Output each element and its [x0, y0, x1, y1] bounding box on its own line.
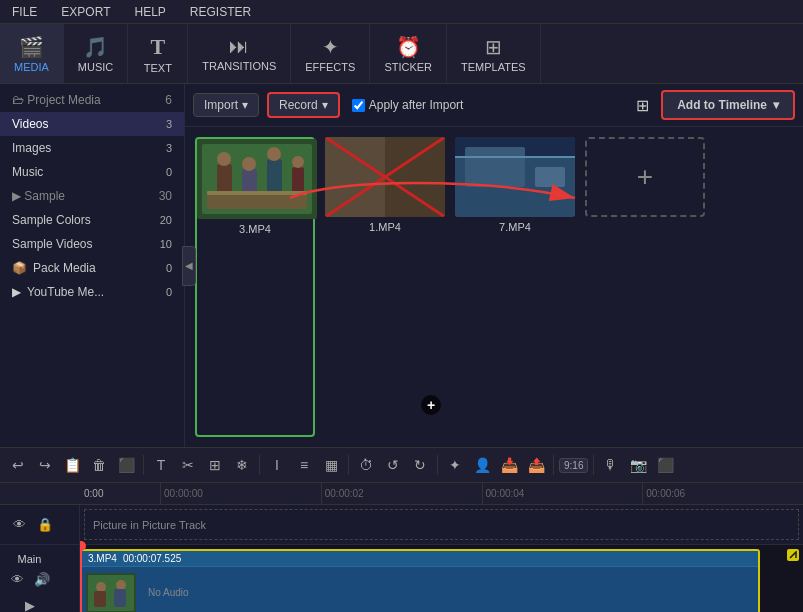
- menu-help[interactable]: HELP: [130, 3, 169, 21]
- divider-6: [593, 455, 594, 475]
- sidebar-project-media[interactable]: 🗁 Project Media 6: [0, 88, 184, 112]
- main-audio-button[interactable]: 🔊: [31, 569, 53, 591]
- toolbar-transitions[interactable]: ⏭ TRANSITIONS: [188, 24, 291, 83]
- clip-thumb-image: [86, 573, 136, 613]
- top-toolbar: 🎬 MEDIA 🎵 MUSIC T TEXT ⏭ TRANSITIONS ✦ E…: [0, 24, 803, 84]
- split-button[interactable]: I: [265, 453, 289, 477]
- sidebar-videos[interactable]: Videos 3: [0, 112, 184, 136]
- menu-register[interactable]: REGISTER: [186, 3, 255, 21]
- sidebar-pack-media[interactable]: 📦 Pack Media 0: [0, 256, 184, 280]
- mic-button[interactable]: 🎙: [599, 453, 623, 477]
- sample-icon: ▶: [12, 189, 21, 203]
- svg-rect-2: [217, 164, 232, 194]
- svg-rect-28: [114, 589, 126, 607]
- video-clip-3mp4[interactable]: 3.MP4 00:00:07.525: [80, 549, 760, 612]
- cut-button[interactable]: ✂: [176, 453, 200, 477]
- pip-lock-button[interactable]: 🔒: [34, 514, 56, 536]
- undo-button[interactable]: ↩: [6, 453, 30, 477]
- ruler-mark-6: 00:00:06: [642, 483, 803, 505]
- apply-after-import-checkbox-label[interactable]: Apply after Import: [352, 98, 464, 112]
- clip-thumbnail: [86, 573, 136, 613]
- pack-icon: 📦: [12, 261, 27, 275]
- ruler-mark-2: 00:00:02: [321, 483, 482, 505]
- person-button[interactable]: 👤: [470, 453, 494, 477]
- toolbar-music[interactable]: 🎵 MUSIC: [64, 24, 128, 83]
- rotate-right-button[interactable]: ↻: [408, 453, 432, 477]
- rotate-left-button[interactable]: ↺: [381, 453, 405, 477]
- add-media-placeholder[interactable]: +: [585, 137, 705, 437]
- sidebar-images[interactable]: Images 3: [0, 136, 184, 160]
- divider-4: [437, 455, 438, 475]
- sidebar-youtube-me[interactable]: ▶ YouTube Me... 0: [0, 280, 184, 304]
- sidebar-collapse-button[interactable]: ◀: [182, 246, 196, 286]
- pip-track-label-area: 👁 🔒: [0, 505, 79, 545]
- detach-button[interactable]: ⬛: [114, 453, 138, 477]
- media-item-3mp4-label: 3.MP4: [197, 222, 313, 236]
- menu-bar: FILE EXPORT HELP REGISTER: [0, 0, 803, 24]
- text-tool-button[interactable]: T: [149, 453, 173, 477]
- timeline-tracks: 👁 🔒 Main 👁 🔊 ▶ Picture: [0, 505, 803, 612]
- pip-track[interactable]: Picture in Picture Track: [80, 505, 803, 545]
- folder-icon: 🗁: [12, 93, 24, 107]
- media-item-1mp4-add-button[interactable]: +: [421, 395, 441, 415]
- main-eye-button[interactable]: 👁: [6, 569, 28, 591]
- add-to-timeline-button[interactable]: Add to Timeline ▾: [661, 90, 795, 120]
- apply-after-import-checkbox[interactable]: [352, 99, 365, 112]
- record-button[interactable]: Record ▾: [267, 92, 340, 118]
- toolbar-text[interactable]: T TEXT: [128, 24, 188, 83]
- main-play-button[interactable]: ▶: [19, 595, 41, 613]
- fullscreen-button[interactable]: ⬛: [653, 453, 677, 477]
- toolbar-media[interactable]: 🎬 MEDIA: [0, 24, 64, 83]
- current-time: 0:00: [84, 488, 103, 499]
- grid-button[interactable]: ⊞: [203, 453, 227, 477]
- svg-rect-14: [385, 137, 445, 217]
- menu-export[interactable]: EXPORT: [57, 3, 114, 21]
- divider-5: [553, 455, 554, 475]
- transitions-label: TRANSITIONS: [202, 60, 276, 72]
- copy-button[interactable]: 📋: [60, 453, 84, 477]
- timeline-ruler: 0:00 00:00:00 00:00:02 00:00:04 00:00:06: [0, 483, 803, 505]
- main-track[interactable]: 3.MP4 00:00:07.525: [80, 545, 803, 612]
- svg-rect-6: [267, 159, 282, 194]
- pip-eye-button[interactable]: 👁: [8, 514, 30, 536]
- menu-file[interactable]: FILE: [8, 3, 41, 21]
- toolbar-templates[interactable]: ⊞ TEMPLATES: [447, 24, 541, 83]
- ruler-mark-0: 00:00:00: [160, 483, 321, 505]
- svg-rect-13: [325, 137, 385, 217]
- thumb-3mp4-image: [197, 139, 317, 219]
- redo-button[interactable]: ↪: [33, 453, 57, 477]
- list-button[interactable]: ≡: [292, 453, 316, 477]
- bottom-toolbar: ↩ ↪ 📋 🗑 ⬛ T ✂ ⊞ ❄ I ≡ ▦ ⏱ ↺ ↻ ✦ 👤 📥 📤 9:…: [0, 447, 803, 483]
- sidebar-music[interactable]: Music 0: [0, 160, 184, 184]
- camera-button[interactable]: 📷: [626, 453, 650, 477]
- effects-tool-button[interactable]: ✦: [443, 453, 467, 477]
- toolbar-sticker[interactable]: ⏰ STICKER: [370, 24, 447, 83]
- templates-icon: ⊞: [485, 35, 502, 59]
- clip-corner-icon: [789, 551, 797, 559]
- svg-rect-10: [207, 194, 307, 209]
- divider-2: [259, 455, 260, 475]
- sidebar-sample[interactable]: ▶ Sample 30: [0, 184, 184, 208]
- svg-point-5: [242, 157, 256, 171]
- toolbar-effects[interactable]: ✦ EFFECTS: [291, 24, 370, 83]
- svg-rect-19: [465, 147, 525, 187]
- layout-button[interactable]: ▦: [319, 453, 343, 477]
- music-icon: 🎵: [83, 35, 108, 59]
- media-item-3mp4[interactable]: 3.MP4: [195, 137, 315, 437]
- sidebar-sample-colors[interactable]: Sample Colors 20: [0, 208, 184, 232]
- media-item-1mp4[interactable]: + 1.MP4: [325, 137, 445, 437]
- svg-point-3: [217, 152, 231, 166]
- export-tool-button[interactable]: 📤: [524, 453, 548, 477]
- track-labels: 👁 🔒 Main 👁 🔊 ▶: [0, 505, 80, 612]
- delete-button[interactable]: 🗑: [87, 453, 111, 477]
- freeze-button[interactable]: ❄: [230, 453, 254, 477]
- timer-button[interactable]: ⏱: [354, 453, 378, 477]
- grid-view-icon[interactable]: ⊞: [636, 96, 649, 115]
- time-marker: [80, 545, 82, 612]
- import-tool-button[interactable]: 📥: [497, 453, 521, 477]
- sidebar-sample-videos[interactable]: Sample Videos 10: [0, 232, 184, 256]
- thumb-1mp4-image: [325, 137, 445, 217]
- media-item-7mp4[interactable]: 7.MP4: [455, 137, 575, 437]
- clip-body: No Audio: [82, 567, 758, 612]
- import-button[interactable]: Import ▾: [193, 93, 259, 117]
